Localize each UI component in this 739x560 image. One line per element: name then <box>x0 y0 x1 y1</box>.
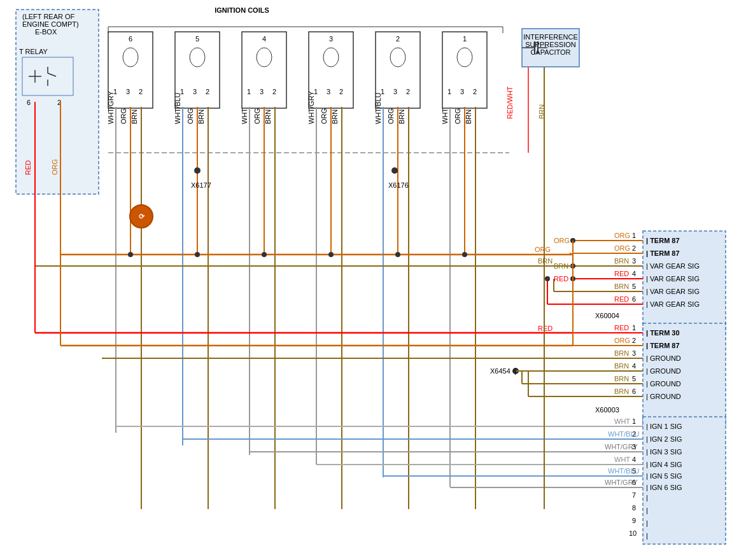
svg-point-85 <box>128 252 133 257</box>
interference-label: INTERFERENCE <box>523 33 578 41</box>
x60003-pin6-label: | GROUND <box>646 393 681 400</box>
x60003-pin4-label: | GROUND <box>646 367 681 375</box>
wiring-diagram: IGNITION COILS (LEFT REAR OF ENGINE COMP… <box>0 0 739 560</box>
svg-rect-16 <box>309 32 353 108</box>
x60004-pin2-label: | TERM 87 <box>646 249 680 257</box>
x60004-pin4-num: 4 <box>632 270 636 277</box>
coil6-label: 6 <box>129 35 132 43</box>
svg-point-50 <box>391 167 398 174</box>
brn-bus-label: BRN <box>538 257 552 265</box>
x60004-pin2-num: 2 <box>632 244 636 252</box>
svg-point-89 <box>395 252 400 257</box>
coil2-wire2: ORG <box>387 108 395 124</box>
ign9-num: 9 <box>632 517 636 524</box>
x60004-pin1-num: 1 <box>632 232 636 239</box>
x60004-pin1-color2: ORG <box>614 232 630 239</box>
x6454-label: X6454 ·| <box>490 367 516 375</box>
x60003-pin2-label: | TERM 87 <box>646 342 680 349</box>
pin6-label: 6 <box>27 99 31 106</box>
redwht-label: RED/WHT <box>506 86 514 119</box>
x60004-pin5-num: 5 <box>632 283 636 290</box>
coil5-pin3: 3 <box>193 88 197 95</box>
coil2-pin2: 2 <box>406 88 410 95</box>
x60003-pin6-color: BRN <box>614 388 629 395</box>
svg-rect-14 <box>242 32 286 108</box>
coil3-wire1: WHT/GRY <box>307 91 315 124</box>
left-rear-label: (LEFT REAR OF <box>22 13 75 20</box>
ign7-num: 7 <box>632 491 636 499</box>
ign1-color: WHT <box>614 417 630 425</box>
coil4-label: 4 <box>262 35 266 43</box>
x60004-pin6-num: 6 <box>632 295 636 303</box>
coil2-label: 2 <box>396 35 400 43</box>
ign2-num: 2 <box>632 430 636 438</box>
svg-point-86 <box>195 252 200 257</box>
svg-rect-10 <box>108 32 153 108</box>
x60003-pin5-num: 5 <box>632 375 636 382</box>
relay-symbol: ⟳ <box>139 213 145 220</box>
ign10-label: | <box>646 532 648 540</box>
ign3-num: 3 <box>632 443 636 451</box>
x60004-pin3-label: | VAR GEAR SIG <box>646 262 700 270</box>
x60004-pin5-color: BRN <box>614 283 629 290</box>
coil6-pin3: 3 <box>126 88 130 95</box>
coil1-wire1: WHT <box>441 108 449 124</box>
org-wire-label-left: ORG <box>51 159 59 175</box>
ign9-label: | <box>646 519 648 527</box>
ign8-num: 8 <box>632 504 636 512</box>
x60003-pin5-color: BRN <box>614 375 629 382</box>
coil1-pin1: 1 <box>447 88 451 95</box>
x60004-pin6-color: RED <box>614 295 629 303</box>
coil5-wire2: ORG <box>187 108 194 124</box>
ign1-num: 1 <box>632 417 636 425</box>
ign5-num: 5 <box>632 467 636 475</box>
x60003-pin1-label: | TERM 30 <box>646 329 680 337</box>
ignition-coils-label: IGNITION COILS <box>215 6 269 14</box>
coil5-pin2: 2 <box>206 88 209 95</box>
ign4-label: | IGN 4 SIG <box>646 461 682 468</box>
red-wire-label: RED <box>24 160 32 175</box>
svg-point-49 <box>194 167 201 174</box>
coil4-pin3: 3 <box>260 88 264 95</box>
x60004-pin3-color: BRN <box>614 257 629 265</box>
ign6-label: | IGN 6 SIG <box>646 484 682 491</box>
x60003-pin2-color: ORG <box>614 337 630 344</box>
x60004-label: X60004 <box>595 312 619 319</box>
coil3-wire2: ORG <box>320 108 328 124</box>
red-bus-label: RED <box>538 325 552 332</box>
coil4-pin1: 1 <box>247 88 251 95</box>
coil2-wire1: WHT/BLU <box>374 92 382 124</box>
brn-cap-label: BRN <box>538 104 545 119</box>
coil1-wire3: BRN <box>465 109 472 124</box>
coil1-label: 1 <box>463 35 467 43</box>
coil3-pin2: 2 <box>339 88 343 95</box>
suppression-label: SUPPRESSION <box>525 41 576 48</box>
t-relay-label: T RELAY <box>19 48 48 55</box>
x60004-pin5-label: | VAR GEAR SIG <box>646 288 700 295</box>
coil1-pin2: 2 <box>473 88 477 95</box>
ign2-label: | IGN 2 SIG <box>646 435 682 443</box>
coil4-wire1: WHT <box>241 108 248 124</box>
x60003-pin1-color: RED <box>614 324 629 332</box>
x60004-pin2-color: ORG <box>614 244 630 252</box>
x60003-pin4-color: BRN <box>614 362 629 370</box>
svg-rect-20 <box>442 32 487 108</box>
x60003-pin6-num: 6 <box>632 388 636 395</box>
ign10-num: 10 <box>629 529 637 537</box>
coil3-label: 3 <box>329 35 333 43</box>
x60003-pin5-label: | GROUND <box>646 380 681 388</box>
x60003-pin2-num: 2 <box>632 337 636 344</box>
x6176-label: X6176 <box>388 181 409 189</box>
x60004-pin4-color-left: RED <box>554 275 568 283</box>
coil3-pin3: 3 <box>327 88 330 95</box>
svg-rect-12 <box>175 32 220 108</box>
coil6-wire1: WHT/GRY <box>107 91 115 124</box>
ign5-label: | IGN 5 SIG <box>646 472 682 480</box>
coil5-label: 5 <box>195 35 199 43</box>
x60003-pin3-color: BRN <box>614 349 629 357</box>
x60003-pin1-num: 1 <box>632 324 636 332</box>
ign4-color: WHT <box>614 456 630 463</box>
ign4-num: 4 <box>632 456 636 463</box>
ign7-label: | <box>646 494 648 501</box>
svg-rect-18 <box>376 32 420 108</box>
